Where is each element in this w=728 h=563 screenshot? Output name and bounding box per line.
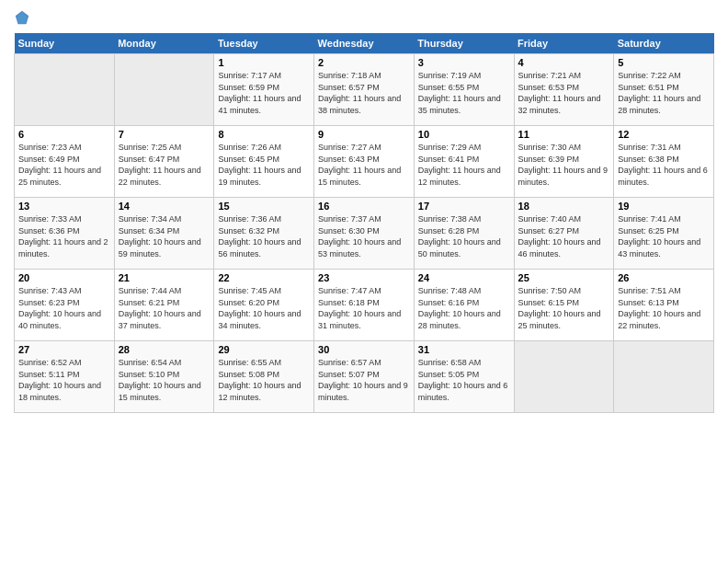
day-info: Sunrise: 7:29 AM Sunset: 6:41 PM Dayligh… [418,142,510,188]
day-info: Sunrise: 7:31 AM Sunset: 6:38 PM Dayligh… [618,142,710,188]
day-cell: 20Sunrise: 7:43 AM Sunset: 6:23 PM Dayli… [15,270,115,341]
header [14,9,714,26]
day-cell: 1Sunrise: 7:17 AM Sunset: 6:59 PM Daylig… [214,54,314,126]
day-cell: 24Sunrise: 7:48 AM Sunset: 6:16 PM Dayli… [414,270,514,341]
day-info: Sunrise: 6:55 AM Sunset: 5:08 PM Dayligh… [218,357,310,403]
day-number: 8 [218,129,310,140]
day-number: 15 [218,201,310,212]
day-cell: 13Sunrise: 7:33 AM Sunset: 6:36 PM Dayli… [15,198,115,270]
day-number: 16 [318,201,410,212]
day-info: Sunrise: 7:22 AM Sunset: 6:51 PM Dayligh… [618,70,710,116]
day-number: 30 [318,344,410,355]
day-number: 3 [418,57,510,68]
logo-icon [14,9,30,26]
day-cell: 8Sunrise: 7:26 AM Sunset: 6:45 PM Daylig… [214,126,314,198]
day-info: Sunrise: 7:26 AM Sunset: 6:45 PM Dayligh… [218,142,310,188]
day-cell: 9Sunrise: 7:27 AM Sunset: 6:43 PM Daylig… [314,126,415,198]
day-cell: 16Sunrise: 7:37 AM Sunset: 6:30 PM Dayli… [314,198,415,270]
day-info: Sunrise: 7:34 AM Sunset: 6:34 PM Dayligh… [119,213,210,259]
day-number: 10 [418,129,510,140]
week-row-2: 6Sunrise: 7:23 AM Sunset: 6:49 PM Daylig… [15,126,714,198]
week-row-5: 27Sunrise: 6:52 AM Sunset: 5:11 PM Dayli… [15,341,714,413]
day-number: 21 [119,272,210,283]
day-number: 2 [318,57,410,68]
day-cell: 21Sunrise: 7:44 AM Sunset: 6:21 PM Dayli… [114,270,214,341]
day-info: Sunrise: 7:41 AM Sunset: 6:25 PM Dayligh… [618,213,710,259]
day-info: Sunrise: 7:17 AM Sunset: 6:59 PM Dayligh… [218,70,310,116]
day-number: 19 [618,201,710,212]
day-info: Sunrise: 7:38 AM Sunset: 6:28 PM Dayligh… [418,213,510,259]
day-info: Sunrise: 7:25 AM Sunset: 6:47 PM Dayligh… [119,142,210,188]
day-cell: 6Sunrise: 7:23 AM Sunset: 6:49 PM Daylig… [15,126,115,198]
header-cell-tuesday: Tuesday [214,33,314,54]
day-number: 26 [618,272,710,283]
day-number: 27 [18,344,110,355]
header-cell-wednesday: Wednesday [314,33,415,54]
day-number: 22 [218,272,310,283]
day-cell: 18Sunrise: 7:40 AM Sunset: 6:27 PM Dayli… [514,198,614,270]
day-cell: 5Sunrise: 7:22 AM Sunset: 6:51 PM Daylig… [614,54,714,126]
day-info: Sunrise: 7:37 AM Sunset: 6:30 PM Dayligh… [318,213,410,259]
day-cell: 22Sunrise: 7:45 AM Sunset: 6:20 PM Dayli… [214,270,314,341]
day-info: Sunrise: 6:54 AM Sunset: 5:10 PM Dayligh… [119,357,210,403]
day-number: 24 [418,272,510,283]
day-cell: 4Sunrise: 7:21 AM Sunset: 6:53 PM Daylig… [514,54,614,126]
header-cell-saturday: Saturday [614,33,714,54]
week-row-4: 20Sunrise: 7:43 AM Sunset: 6:23 PM Dayli… [15,270,714,341]
week-row-3: 13Sunrise: 7:33 AM Sunset: 6:36 PM Dayli… [15,198,714,270]
day-number: 6 [18,129,110,140]
day-cell: 26Sunrise: 7:51 AM Sunset: 6:13 PM Dayli… [614,270,714,341]
day-number: 17 [418,201,510,212]
day-cell: 25Sunrise: 7:50 AM Sunset: 6:15 PM Dayli… [514,270,614,341]
calendar-table: SundayMondayTuesdayWednesdayThursdayFrid… [14,33,714,413]
day-info: Sunrise: 7:21 AM Sunset: 6:53 PM Dayligh… [518,70,610,116]
day-info: Sunrise: 6:52 AM Sunset: 5:11 PM Dayligh… [18,357,110,403]
day-info: Sunrise: 7:45 AM Sunset: 6:20 PM Dayligh… [218,285,310,331]
day-cell [614,341,714,413]
day-info: Sunrise: 6:57 AM Sunset: 5:07 PM Dayligh… [318,357,410,403]
day-info: Sunrise: 7:40 AM Sunset: 6:27 PM Dayligh… [518,213,610,259]
day-number: 25 [518,272,610,283]
header-cell-friday: Friday [514,33,614,54]
day-number: 1 [218,57,310,68]
day-number: 12 [618,129,710,140]
day-cell: 28Sunrise: 6:54 AM Sunset: 5:10 PM Dayli… [114,341,214,413]
day-cell: 3Sunrise: 7:19 AM Sunset: 6:55 PM Daylig… [414,54,514,126]
week-row-1: 1Sunrise: 7:17 AM Sunset: 6:59 PM Daylig… [15,54,714,126]
day-cell: 7Sunrise: 7:25 AM Sunset: 6:47 PM Daylig… [114,126,214,198]
day-info: Sunrise: 7:23 AM Sunset: 6:49 PM Dayligh… [18,142,110,188]
day-info: Sunrise: 7:18 AM Sunset: 6:57 PM Dayligh… [318,70,410,116]
header-cell-monday: Monday [114,33,214,54]
day-info: Sunrise: 7:51 AM Sunset: 6:13 PM Dayligh… [618,285,710,331]
day-cell: 17Sunrise: 7:38 AM Sunset: 6:28 PM Dayli… [414,198,514,270]
day-cell: 30Sunrise: 6:57 AM Sunset: 5:07 PM Dayli… [314,341,415,413]
day-number: 5 [618,57,710,68]
day-number: 31 [418,344,510,355]
day-info: Sunrise: 7:47 AM Sunset: 6:18 PM Dayligh… [318,285,410,331]
day-cell [114,54,214,126]
day-cell: 14Sunrise: 7:34 AM Sunset: 6:34 PM Dayli… [114,198,214,270]
day-info: Sunrise: 7:30 AM Sunset: 6:39 PM Dayligh… [518,142,610,188]
day-number: 20 [18,272,110,283]
day-number: 23 [318,272,410,283]
day-info: Sunrise: 7:27 AM Sunset: 6:43 PM Dayligh… [318,142,410,188]
day-cell: 31Sunrise: 6:58 AM Sunset: 5:05 PM Dayli… [414,341,514,413]
calendar-container: SundayMondayTuesdayWednesdayThursdayFrid… [0,0,728,563]
day-cell: 19Sunrise: 7:41 AM Sunset: 6:25 PM Dayli… [614,198,714,270]
day-info: Sunrise: 7:48 AM Sunset: 6:16 PM Dayligh… [418,285,510,331]
day-cell: 15Sunrise: 7:36 AM Sunset: 6:32 PM Dayli… [214,198,314,270]
day-cell: 23Sunrise: 7:47 AM Sunset: 6:18 PM Dayli… [314,270,415,341]
day-cell: 10Sunrise: 7:29 AM Sunset: 6:41 PM Dayli… [414,126,514,198]
day-info: Sunrise: 7:36 AM Sunset: 6:32 PM Dayligh… [218,213,310,259]
day-info: Sunrise: 7:43 AM Sunset: 6:23 PM Dayligh… [18,285,110,331]
day-number: 7 [119,129,210,140]
day-number: 14 [119,201,210,212]
header-row: SundayMondayTuesdayWednesdayThursdayFrid… [15,33,714,54]
logo [14,9,34,26]
day-cell [514,341,614,413]
day-number: 28 [119,344,210,355]
day-number: 18 [518,201,610,212]
day-cell: 29Sunrise: 6:55 AM Sunset: 5:08 PM Dayli… [214,341,314,413]
day-info: Sunrise: 6:58 AM Sunset: 5:05 PM Dayligh… [418,357,510,403]
day-number: 13 [18,201,110,212]
